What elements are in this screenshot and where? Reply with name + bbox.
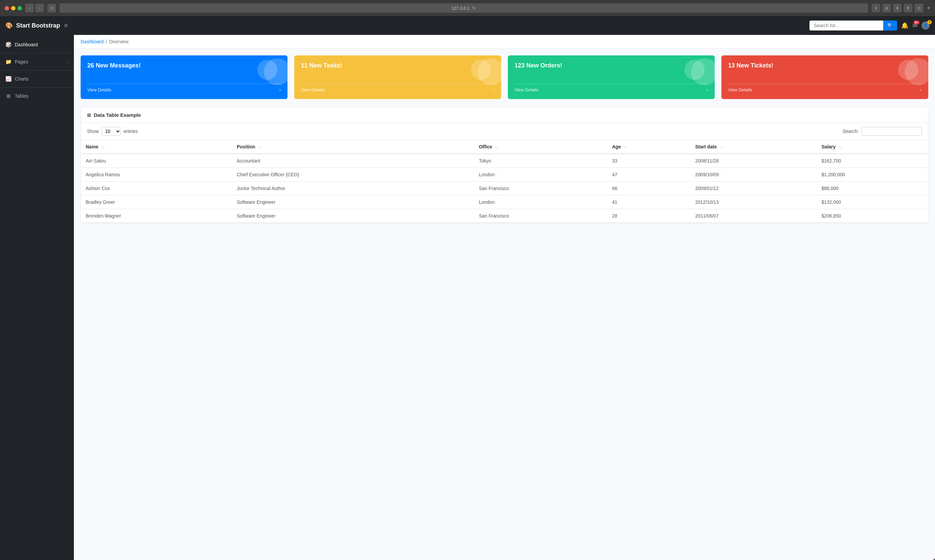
table-search-label: Search:	[843, 129, 859, 134]
col-office-sort-icon: ↑↓	[495, 145, 499, 149]
breadcrumb-current: Overview	[109, 39, 128, 44]
tickets-view-details[interactable]: View Details	[728, 87, 752, 92]
navbar-toggle-btn[interactable]: ≡	[64, 22, 68, 29]
browser-window-btn[interactable]: ⊡	[915, 4, 923, 12]
cell-office: San Francisco	[474, 182, 607, 195]
tasks-view-details[interactable]: View Details	[301, 87, 325, 92]
col-salary[interactable]: Salary ↑↓	[817, 140, 928, 154]
breadcrumb-dashboard-link[interactable]: Dashboard	[81, 39, 104, 44]
col-position-label: Position	[237, 144, 255, 149]
browser-nav: ‹ ›	[25, 4, 44, 12]
col-office[interactable]: Office ↑↓	[474, 140, 607, 154]
col-office-label: Office	[479, 144, 492, 149]
table-row: Angelica RamosChief Executive Officer (C…	[81, 168, 928, 182]
messages-card-bottom: View Details ›	[87, 84, 281, 92]
cell-name: Ashton Cox	[81, 182, 232, 195]
table-head: Name ↑↓ Position ↑↓ Office ↑↓	[81, 140, 928, 154]
orders-view-details[interactable]: View Details	[514, 87, 538, 92]
cell-salary: $162,700	[817, 154, 928, 168]
col-start-date-sort-icon: ↑↓	[719, 145, 723, 149]
table-row: Ashton CoxJunior Technical AuthorSan Fra…	[81, 182, 928, 195]
browser-dot-maximize[interactable]	[17, 6, 22, 11]
pages-arrow-icon: ›	[67, 59, 69, 64]
table-header-row: Name ↑↓ Position ↑↓ Office ↑↓	[81, 140, 928, 154]
cell-position: Chief Executive Officer (CEO)	[232, 168, 474, 182]
sidebar-item-charts-label: Charts	[15, 76, 69, 82]
col-position-sort-icon: ↑↓	[258, 145, 262, 149]
col-age[interactable]: Age ↑↓	[607, 140, 690, 154]
browser-chrome: ‹ › ⊡ 127.0.0.1 ↻ ℹ 🖨 ⬇ ⬆ ⊡ +	[0, 0, 935, 16]
browser-tab-icon[interactable]: ⊡	[47, 4, 56, 12]
browser-print-btn[interactable]: 🖨	[882, 4, 891, 12]
cell-office: London	[474, 168, 607, 182]
browser-share-btn[interactable]: ⬆	[904, 4, 912, 12]
browser-dot-minimize[interactable]	[11, 6, 15, 11]
sidebar: 🎲 Dashboard 📁 Pages › 📈 Charts ⊞ Tables	[0, 35, 74, 560]
pages-icon: 📁	[5, 59, 11, 65]
search-form: 🔍	[809, 20, 897, 31]
browser-info-btn[interactable]: ℹ	[872, 4, 880, 12]
messages-card-title: 26 New Messages!	[87, 62, 281, 69]
cell-position: Junior Technical Author	[232, 182, 474, 195]
mail-btn[interactable]: ✉ 9+	[912, 22, 918, 29]
show-entries-select[interactable]: 10 25 50 100	[102, 127, 121, 135]
messages-view-details[interactable]: View Details	[87, 87, 111, 92]
bell-btn[interactable]: 🔔	[901, 22, 909, 29]
tickets-card-bottom: View Details ›	[728, 84, 921, 92]
tickets-arrow-icon: ›	[920, 87, 921, 92]
browser-refresh-btn[interactable]: ↻	[472, 5, 476, 11]
cell-position: Software Engineer	[232, 195, 474, 209]
tasks-arrow-icon: ›	[493, 87, 494, 92]
stat-card-tasks[interactable]: 11 New Tasks! View Details ›	[294, 55, 501, 99]
orders-card-title: 123 New Orders!	[514, 62, 708, 69]
col-name[interactable]: Name ↑↓	[81, 140, 232, 154]
sidebar-divider-2	[0, 70, 74, 71]
table-search-filter: Search:	[843, 127, 922, 135]
content-area: Dashboard / Overview 26 New Messages! Vi…	[74, 35, 935, 560]
stat-card-messages[interactable]: 26 New Messages! View Details ›	[81, 55, 288, 99]
navbar-right: 🔍 🔔 ✉ 9+ 👤 7	[809, 20, 930, 31]
table-section-title: Data Table Example	[94, 112, 141, 118]
entries-label: entries	[123, 129, 138, 134]
sidebar-item-tables[interactable]: ⊞ Tables	[0, 89, 74, 103]
cell-position: Accountant	[232, 154, 474, 168]
search-btn[interactable]: 🔍	[883, 20, 897, 31]
stat-card-orders[interactable]: 123 New Orders! View Details ›	[508, 55, 715, 99]
col-name-sort-icon: ↑↓	[101, 145, 105, 149]
cell-salary: $132,000	[817, 195, 928, 209]
brand-name: Start Bootstrap	[16, 22, 60, 29]
browser-download-btn[interactable]: ⬇	[893, 4, 902, 12]
breadcrumb: Dashboard / Overview	[74, 35, 935, 49]
cell-name: Angelica Ramos	[81, 168, 232, 182]
cell-office: London	[474, 195, 607, 209]
browser-dot-close[interactable]	[5, 6, 9, 11]
browser-back-btn[interactable]: ‹	[25, 4, 34, 12]
tickets-card-title: 13 New Tickets!	[728, 62, 921, 69]
browser-forward-btn[interactable]: ›	[35, 4, 44, 12]
messages-badge: 7	[927, 20, 932, 24]
cell-name: Bradley Greer	[81, 195, 232, 209]
sidebar-item-dashboard[interactable]: 🎲 Dashboard	[0, 38, 74, 52]
main-layout: 🎲 Dashboard 📁 Pages › 📈 Charts ⊞ Tables	[0, 35, 935, 560]
col-position[interactable]: Position ↑↓	[232, 140, 474, 154]
cell-salary: $206,850	[817, 209, 928, 223]
table-row: Brenden WagnerSoftware EngineerSan Franc…	[81, 209, 928, 223]
table-controls: Show 10 25 50 100 entries Search:	[81, 123, 928, 140]
browser-url: 127.0.0.1	[451, 6, 470, 11]
sidebar-item-pages[interactable]: 📁 Pages ›	[0, 55, 74, 69]
tasks-card-bottom: View Details ›	[301, 84, 494, 92]
sidebar-item-charts[interactable]: 📈 Charts	[0, 72, 74, 86]
cell-start_date: 2012/10/13	[690, 195, 817, 209]
table-search-input[interactable]	[861, 127, 922, 135]
breadcrumb-separator: /	[106, 39, 107, 44]
tables-icon: ⊞	[5, 93, 11, 99]
tickets-bg-circle2	[898, 60, 918, 80]
stat-card-tickets[interactable]: 13 New Tickets! View Details ›	[721, 55, 928, 99]
cell-age: 28	[607, 209, 690, 223]
navbar-brand[interactable]: 🎨 Start Bootstrap	[5, 22, 60, 29]
messages-btn[interactable]: 👤 7	[921, 22, 930, 29]
search-input[interactable]	[809, 20, 883, 31]
browser-add-tab-btn[interactable]: +	[927, 4, 930, 12]
tasks-card-title: 11 New Tasks!	[301, 62, 494, 69]
col-start-date[interactable]: Start date ↑↓	[690, 140, 817, 154]
